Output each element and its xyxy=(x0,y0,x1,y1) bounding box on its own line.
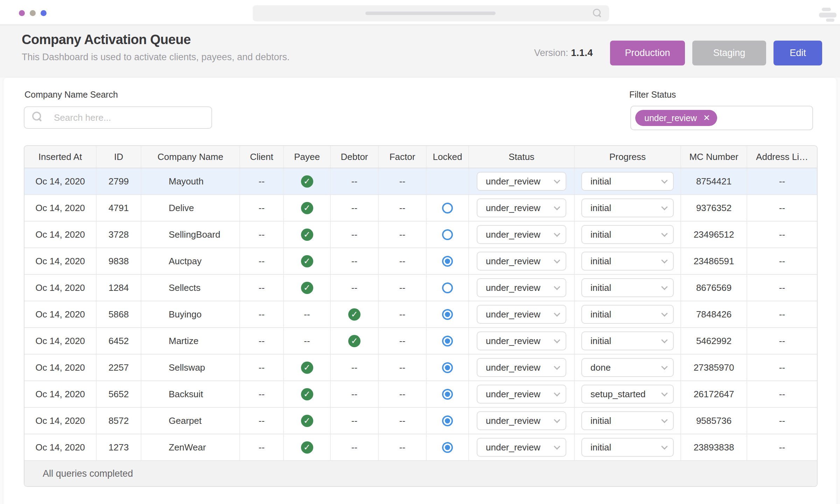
locked-cell xyxy=(427,408,469,434)
payee-cell: -- xyxy=(284,328,331,354)
staging-button[interactable]: Staging xyxy=(692,41,766,65)
filter-status-input[interactable]: under_review ✕ xyxy=(630,106,813,130)
progress-select[interactable]: initial xyxy=(581,331,674,350)
column-header: Client xyxy=(240,146,284,168)
company-name-cell: Backsuit xyxy=(141,381,240,407)
check-icon xyxy=(348,308,360,321)
mc-number-cell: 9585736 xyxy=(681,408,747,434)
address-cell: -- xyxy=(747,222,817,247)
status-select-value: under_review xyxy=(486,336,540,346)
locked-radio[interactable] xyxy=(442,256,453,267)
locked-radio[interactable] xyxy=(442,362,453,373)
company-search-input[interactable] xyxy=(24,106,212,129)
browser-address-bar[interactable] xyxy=(253,5,609,21)
factor-cell: -- xyxy=(379,434,427,460)
locked-radio[interactable] xyxy=(442,389,453,400)
status-select[interactable]: under_review xyxy=(477,252,566,271)
status-select-value: under_review xyxy=(486,256,540,267)
mc-number-cell: 27385970 xyxy=(681,355,747,380)
chip-label: under_review xyxy=(644,113,697,123)
status-select[interactable]: under_review xyxy=(477,438,566,457)
company-name-cell: SellingBoard xyxy=(141,222,240,247)
browser-menu-icon[interactable] xyxy=(818,7,837,22)
progress-select[interactable]: initial xyxy=(581,438,674,457)
window-control-dot-1[interactable] xyxy=(19,10,25,16)
address-cell: -- xyxy=(747,408,817,434)
status-select[interactable]: under_review xyxy=(477,198,566,217)
check-icon xyxy=(301,441,313,454)
address-cell: -- xyxy=(747,248,817,274)
payee-cell xyxy=(284,434,331,460)
progress-select[interactable]: done xyxy=(581,358,674,377)
locked-radio[interactable] xyxy=(442,442,453,453)
app-window: Company Activation Queue This Dashboard … xyxy=(0,0,840,504)
edit-button[interactable]: Edit xyxy=(774,41,822,65)
id-cell: 6452 xyxy=(97,328,141,354)
progress-select[interactable]: initial xyxy=(581,411,674,430)
debtor-cell: -- xyxy=(331,222,379,247)
id-cell: 4791 xyxy=(97,195,141,221)
production-button[interactable]: Production xyxy=(610,41,685,65)
inserted-at-cell: Oc 14, 2020 xyxy=(24,381,97,407)
progress-cell: initial xyxy=(575,248,681,274)
progress-select[interactable]: initial xyxy=(581,225,674,244)
chevron-down-icon xyxy=(554,337,560,343)
status-select[interactable]: under_review xyxy=(477,358,566,377)
factor-cell: -- xyxy=(379,381,427,407)
status-select[interactable]: under_review xyxy=(477,385,566,404)
status-select[interactable]: under_review xyxy=(477,225,566,244)
progress-select[interactable]: initial xyxy=(581,278,674,297)
status-select-value: under_review xyxy=(486,309,540,320)
chip-close-icon[interactable]: ✕ xyxy=(703,114,710,122)
inserted-at-cell: Oc 14, 2020 xyxy=(24,408,97,434)
progress-select[interactable]: setup_started xyxy=(581,385,674,404)
inserted-at-cell: Oc 14, 2020 xyxy=(24,248,97,274)
progress-select[interactable]: initial xyxy=(581,172,674,191)
version-text: Version:1.1.4 xyxy=(534,48,593,58)
locked-radio[interactable] xyxy=(442,336,453,346)
status-select-value: under_review xyxy=(486,203,540,214)
locked-cell xyxy=(427,355,469,380)
locked-radio[interactable] xyxy=(442,203,453,214)
column-header: Status xyxy=(469,146,575,168)
progress-cell: initial xyxy=(575,275,681,301)
locked-radio[interactable] xyxy=(442,309,453,320)
debtor-cell: -- xyxy=(331,355,379,380)
chevron-down-icon xyxy=(554,310,560,316)
progress-select-value: initial xyxy=(590,336,611,346)
progress-select-value: setup_started xyxy=(590,389,646,400)
payee-cell xyxy=(284,381,331,407)
status-select[interactable]: under_review xyxy=(477,411,566,430)
address-cell: -- xyxy=(747,328,817,354)
payee-cell xyxy=(284,408,331,434)
progress-select[interactable]: initial xyxy=(581,252,674,271)
mc-number-cell: 23486591 xyxy=(681,248,747,274)
payee-cell xyxy=(284,222,331,247)
locked-radio[interactable] xyxy=(442,415,453,426)
status-select[interactable]: under_review xyxy=(477,278,566,297)
address-cell: -- xyxy=(747,381,817,407)
inserted-at-cell: Oc 14, 2020 xyxy=(24,434,97,460)
chevron-down-icon xyxy=(661,257,667,263)
payee-cell xyxy=(284,355,331,380)
mc-number-cell: 8754421 xyxy=(681,168,747,194)
status-filter-chip[interactable]: under_review ✕ xyxy=(635,110,717,126)
status-select-value: under_review xyxy=(486,389,540,400)
progress-select-value: initial xyxy=(590,442,611,453)
client-cell: -- xyxy=(240,355,284,380)
chevron-down-icon xyxy=(661,337,667,343)
progress-select[interactable]: initial xyxy=(581,305,674,324)
window-control-dot-3[interactable] xyxy=(41,10,47,16)
progress-select[interactable]: initial xyxy=(581,198,674,217)
address-cell: -- xyxy=(747,301,817,327)
status-select[interactable]: under_review xyxy=(477,305,566,324)
debtor-cell: -- xyxy=(331,408,379,434)
window-control-dot-2[interactable] xyxy=(30,10,36,16)
locked-radio[interactable] xyxy=(442,229,453,240)
locked-radio[interactable] xyxy=(442,282,453,293)
column-header: Locked xyxy=(427,146,469,168)
status-select[interactable]: under_review xyxy=(477,331,566,350)
search-icon xyxy=(32,112,43,122)
status-select[interactable]: under_review xyxy=(477,172,566,191)
status-cell: under_review xyxy=(469,168,575,194)
